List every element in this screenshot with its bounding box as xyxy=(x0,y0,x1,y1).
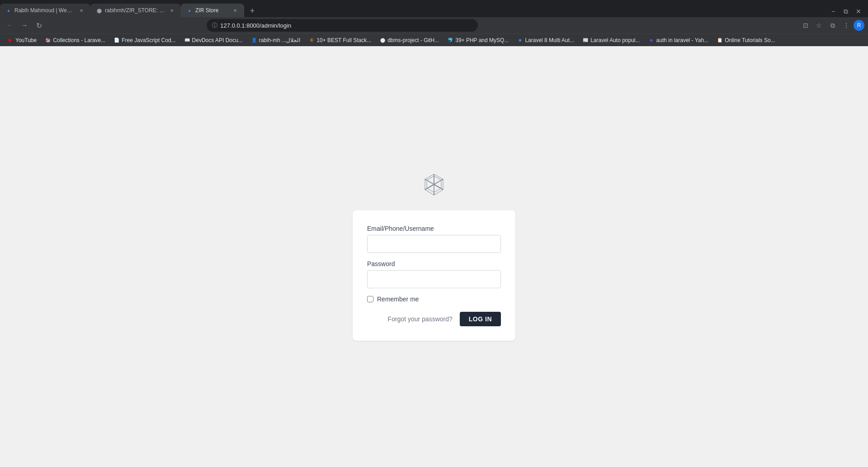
tab-3-title: ZIR Store xyxy=(195,7,229,14)
bookmark-fullstack[interactable]: ⑥ 10+ BEST Full Stack... xyxy=(305,36,375,44)
bookmark-devdocs[interactable]: 📖 DevDocs API Docu... xyxy=(180,36,246,44)
back-button[interactable]: ← xyxy=(4,19,16,32)
page-content: Email/Phone/Username Password Remember m… xyxy=(0,46,868,467)
secure-icon: ⓘ xyxy=(212,22,217,29)
login-button[interactable]: LOG IN xyxy=(460,312,501,326)
online-tutorials-favicon: 📋 xyxy=(717,37,723,43)
remember-label: Remember me xyxy=(377,295,419,303)
bookmark-youtube-label: YouTube xyxy=(15,37,37,43)
laravel-auto-favicon: 📰 xyxy=(582,37,589,43)
collections-favicon: 📚 xyxy=(45,37,51,43)
bookmark-collections-label: Collections - Larave... xyxy=(53,37,105,43)
auth-laravel-favicon: ■ xyxy=(648,37,655,43)
bookmark-collections[interactable]: 📚 Collections - Larave... xyxy=(41,36,109,44)
bookmark-online-tutorials-label: Online Tutorials So... xyxy=(725,37,775,43)
form-footer: Forgot your password? LOG IN xyxy=(367,312,501,326)
devdocs-favicon: 📖 xyxy=(184,37,190,43)
bookmark-laravel8[interactable]: ■ Laravel 8 Multi Aut... xyxy=(513,36,578,44)
bookmark-laravel-auto-label: Laravel Auto popul... xyxy=(590,37,640,43)
bookmark-auth-laravel-label: auth in laravel - Yah... xyxy=(656,37,709,43)
login-card: Email/Phone/Username Password Remember m… xyxy=(353,210,515,341)
bookmark-auth-laravel[interactable]: ■ auth in laravel - Yah... xyxy=(645,36,712,44)
tab-3-favicon: ● xyxy=(186,7,193,14)
extensions-icon[interactable]: ⧉ xyxy=(826,19,839,32)
fullstack-favicon: ⑥ xyxy=(308,37,315,43)
window-controls: − ⧉ ✕ xyxy=(827,5,868,17)
bookmark-star-icon[interactable]: ☆ xyxy=(813,19,826,32)
bookmark-fullstack-label: 10+ BEST Full Stack... xyxy=(316,37,371,43)
laravel8-favicon: ■ xyxy=(517,37,523,43)
url-text: 127.0.0.1:8000/admin/login xyxy=(220,22,472,29)
bookmark-youtube[interactable]: ▶ YouTube xyxy=(4,36,40,44)
tab-1-favicon: ● xyxy=(5,7,12,14)
tab-2[interactable]: ⬤ rabihmh/ZIR_STORE: Multi vend... ✕ xyxy=(90,4,181,17)
php-favicon: 🐬 xyxy=(447,37,453,43)
laravel-logo xyxy=(420,172,448,201)
tab-1[interactable]: ● Rabih Mahmoud | Web Develop... ✕ xyxy=(0,4,90,17)
email-input[interactable] xyxy=(367,235,501,253)
bookmark-javascript[interactable]: 📄 Free JavaScript Cod... xyxy=(110,36,179,44)
rabih-favicon: 👤 xyxy=(251,37,257,43)
bookmark-rabih-label: rabih-mh ...الجلال xyxy=(259,37,301,43)
browser-chrome: ● Rabih Mahmoud | Web Develop... ✕ ⬤ rab… xyxy=(0,0,868,46)
bookmark-rabih[interactable]: 👤 rabih-mh ...الجلال xyxy=(247,36,304,44)
bookmark-php-label: 39+ PHP and MySQ... xyxy=(455,37,509,43)
forward-button[interactable]: → xyxy=(18,19,31,32)
bookmark-php[interactable]: 🐬 39+ PHP and MySQ... xyxy=(443,36,512,44)
javascript-favicon: 📄 xyxy=(113,37,120,43)
address-bar: ← → ↻ ⓘ 127.0.0.1:8000/admin/login ⊡ ☆ ⧉… xyxy=(0,17,868,33)
email-label: Email/Phone/Username xyxy=(367,225,501,232)
tab-1-close[interactable]: ✕ xyxy=(78,7,85,14)
bookmark-dbms[interactable]: ⬤ dbms-project - GitH... xyxy=(376,36,443,44)
close-button[interactable]: ✕ xyxy=(853,5,864,17)
bookmark-laravel8-label: Laravel 8 Multi Aut... xyxy=(525,37,574,43)
remember-row: Remember me xyxy=(367,295,501,303)
tab-bar: ● Rabih Mahmoud | Web Develop... ✕ ⬤ rab… xyxy=(0,0,868,17)
bookmarks-bar: ▶ YouTube 📚 Collections - Larave... 📄 Fr… xyxy=(0,33,868,46)
dbms-favicon: ⬤ xyxy=(379,37,386,43)
tab-1-title: Rabih Mahmoud | Web Develop... xyxy=(14,7,75,14)
minimize-button[interactable]: − xyxy=(827,5,839,17)
forgot-password-link[interactable]: Forgot your password? xyxy=(388,315,453,323)
bookmark-javascript-label: Free JavaScript Cod... xyxy=(122,37,175,43)
bookmark-laravel-auto[interactable]: 📰 Laravel Auto popul... xyxy=(579,36,643,44)
tab-2-close[interactable]: ✕ xyxy=(168,7,175,14)
youtube-favicon: ▶ xyxy=(7,37,14,43)
bookmark-online-tutorials[interactable]: 📋 Online Tutorials So... xyxy=(713,36,778,44)
bookmark-dbms-label: dbms-project - GitH... xyxy=(387,37,439,43)
new-tab-button[interactable]: + xyxy=(246,5,259,17)
email-group: Email/Phone/Username xyxy=(367,225,501,253)
toolbar-icons: ⊡ ☆ ⧉ ⋮ R xyxy=(799,19,864,32)
reload-button[interactable]: ↻ xyxy=(33,19,45,32)
remember-checkbox[interactable] xyxy=(367,296,373,302)
tab-2-title: rabihmh/ZIR_STORE: Multi vend... xyxy=(105,7,165,14)
password-label: Password xyxy=(367,260,501,267)
url-bar[interactable]: ⓘ 127.0.0.1:8000/admin/login xyxy=(207,19,478,32)
password-group: Password xyxy=(367,260,501,288)
profile-avatar[interactable]: R xyxy=(854,20,864,31)
password-input[interactable] xyxy=(367,270,501,288)
tab-3[interactable]: ● ZIR Store ✕ xyxy=(181,4,244,17)
tab-3-close[interactable]: ✕ xyxy=(231,7,239,14)
bookmark-devdocs-label: DevDocs API Docu... xyxy=(192,37,243,43)
tab-2-favicon: ⬤ xyxy=(96,7,102,14)
cast-icon[interactable]: ⊡ xyxy=(799,19,812,32)
settings-icon[interactable]: ⋮ xyxy=(840,19,853,32)
restore-button[interactable]: ⧉ xyxy=(840,5,852,17)
